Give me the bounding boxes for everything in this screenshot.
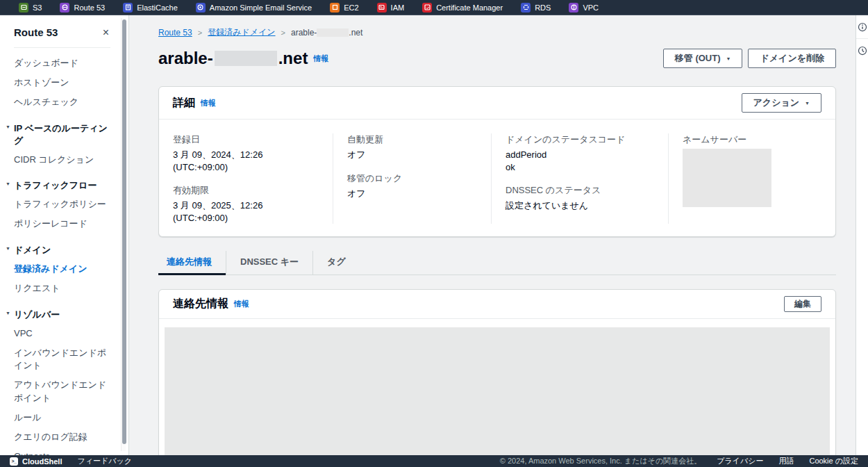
ec2-icon — [330, 3, 340, 13]
chevron-down-icon: ▼ — [6, 124, 10, 129]
favorites-bar: S3 Route 53 ElastiCache Amazon Simple Em… — [0, 0, 868, 15]
caret-down-icon: ▼ — [726, 56, 731, 61]
breadcrumb-separator: > — [281, 28, 285, 37]
transfer-lock-value: オフ — [347, 188, 477, 200]
favorite-label: ElastiCache — [137, 3, 178, 12]
registration-date-value: 3 月 09、2024、12:26 (UTC:+09:00) — [173, 149, 319, 173]
favorite-certificate-manager[interactable]: Certificate Manager — [413, 3, 512, 13]
redacted-domain-name — [317, 28, 349, 37]
favorite-ses[interactable]: Amazon Simple Email Service — [187, 3, 321, 13]
favorite-label: EC2 — [344, 3, 358, 12]
sidebar-section-resolver[interactable]: ▼リゾルバー — [14, 309, 110, 321]
route53-icon — [60, 3, 69, 13]
details-card: 詳細 情報 アクション▼ 登録日 3 月 09、2024、12:26 (UTC:… — [158, 86, 836, 237]
feedback-link[interactable]: フィードバック — [77, 456, 132, 466]
cloudshell-button[interactable]: >_ CloudShell — [10, 457, 62, 466]
sidebar-section-traffic-flow[interactable]: ▼トラフィックフロー — [14, 179, 110, 192]
sidebar-item-health-checks[interactable]: ヘルスチェック — [14, 96, 110, 109]
dnssec-status-label: DNSSEC のステータス — [506, 184, 654, 197]
privacy-link[interactable]: プライバシー — [717, 456, 763, 466]
sidebar-section-ip-routing[interactable]: ▼IP ベースのルーティング — [14, 122, 110, 147]
favorite-rds[interactable]: RDS — [512, 3, 560, 13]
favorite-label: S3 — [33, 3, 42, 12]
iam-icon — [377, 3, 387, 13]
transfer-out-button[interactable]: 移管 (OUT)▼ — [663, 49, 743, 68]
sidebar-scrollbar-thumb[interactable] — [122, 19, 126, 444]
sidebar-item-cidr-collections[interactable]: CIDR コレクション — [14, 154, 110, 167]
page-title: arable-.net情報 — [158, 49, 328, 68]
sidebar-item-hosted-zones[interactable]: ホストゾーン — [14, 76, 110, 90]
console-footer: >_ CloudShell フィードバック © 2024, Amazon Web… — [0, 455, 868, 467]
contact-info-title: 連絡先情報 — [173, 297, 228, 311]
route53-sidebar: Route 53 × ダッシュボード ホストゾーン ヘルスチェック ▼IP ベー… — [0, 15, 129, 455]
elasticache-icon — [123, 3, 133, 13]
favorite-label: IAM — [391, 3, 405, 12]
favorite-route53[interactable]: Route 53 — [51, 3, 114, 13]
sidebar-item-policy-records[interactable]: ポリシーレコード — [14, 218, 110, 231]
tab-bar: 連絡先情報 DNSSEC キー タグ — [158, 251, 836, 275]
favorite-ec2[interactable]: EC2 — [321, 3, 367, 13]
sidebar-item-requests[interactable]: リクエスト — [14, 282, 110, 295]
favorite-label: Certificate Manager — [436, 3, 503, 12]
sidebar-item-outposts[interactable]: Outposts — [14, 450, 110, 455]
sidebar-item-inbound-endpoints[interactable]: インバウンドエンドポイント — [14, 347, 110, 373]
sidebar-item-dashboard[interactable]: ダッシュボード — [14, 57, 110, 70]
details-title: 詳細 — [173, 96, 195, 110]
tab-tags[interactable]: タグ — [312, 251, 360, 275]
breadcrumb-registered-domains[interactable]: 登録済みドメイン — [208, 26, 275, 38]
title-info-link[interactable]: 情報 — [313, 54, 328, 64]
chevron-down-icon: ▼ — [6, 181, 10, 186]
help-panel-strip — [856, 15, 868, 455]
favorite-label: RDS — [535, 3, 551, 12]
info-icon[interactable] — [858, 22, 867, 32]
ses-icon — [196, 3, 206, 13]
sidebar-divider — [14, 47, 110, 48]
edit-button[interactable]: 編集 — [784, 296, 821, 312]
sidebar-scrollbar[interactable] — [121, 18, 126, 451]
registration-date-label: 登録日 — [173, 133, 319, 146]
main-content: Route 53 > 登録済みドメイン > arable-.net arable… — [129, 15, 856, 455]
actions-button[interactable]: アクション▼ — [742, 93, 821, 113]
sidebar-item-outbound-endpoints[interactable]: アウトバウンドエンドポイント — [14, 379, 110, 405]
cookie-preferences-link[interactable]: Cookie の設定 — [809, 456, 858, 466]
delete-domain-button[interactable]: ドメインを削除 — [748, 49, 836, 68]
status-code-value: addPeriod — [506, 149, 654, 161]
sidebar-item-rules[interactable]: ルール — [14, 411, 110, 425]
sidebar-item-vpc[interactable]: VPC — [14, 327, 110, 341]
tab-dnssec-keys[interactable]: DNSSEC キー — [226, 251, 312, 275]
terms-link[interactable]: 用語 — [778, 456, 794, 466]
favorite-elasticache[interactable]: ElastiCache — [114, 3, 187, 13]
chevron-down-icon: ▼ — [6, 311, 10, 316]
rds-icon — [521, 3, 531, 13]
breadcrumb-current: arable-.net — [291, 28, 362, 38]
redacted-domain-name — [215, 51, 277, 66]
vpc-icon — [569, 3, 578, 13]
tab-contact-info[interactable]: 連絡先情報 — [158, 251, 226, 275]
copyright-text: © 2024, Amazon Web Services, Inc. またはその関… — [500, 456, 701, 466]
favorite-s3[interactable]: S3 — [10, 3, 51, 13]
sidebar-section-domains[interactable]: ▼ドメイン — [14, 244, 110, 256]
sidebar-item-query-logging[interactable]: クエリのログ記録 — [14, 431, 110, 444]
favorite-vpc[interactable]: VPC — [560, 3, 608, 13]
cloudshell-icon: >_ — [10, 457, 18, 466]
sidebar-item-registered-domains[interactable]: 登録済みドメイン — [14, 263, 110, 276]
favorite-iam[interactable]: IAM — [368, 3, 414, 13]
details-info-link[interactable]: 情報 — [201, 98, 216, 108]
breadcrumb-separator: > — [198, 28, 202, 37]
close-icon[interactable]: × — [101, 27, 110, 38]
favorite-label: VPC — [583, 3, 599, 12]
expiration-date-value: 3 月 09、2025、12:26 (UTC:+09:00) — [173, 199, 319, 224]
certificate-manager-icon — [422, 3, 432, 13]
expiration-date-label: 有効期限 — [173, 184, 319, 197]
auto-renew-label: 自動更新 — [347, 133, 477, 146]
clock-icon[interactable] — [858, 46, 867, 56]
dnssec-status-value: 設定されていません — [506, 199, 654, 212]
s3-icon — [19, 3, 28, 13]
contact-info-link[interactable]: 情報 — [234, 299, 249, 309]
breadcrumb-route53[interactable]: Route 53 — [158, 28, 192, 38]
status-code-value: ok — [506, 161, 654, 174]
favorite-label: Route 53 — [74, 3, 105, 12]
redacted-contact-info — [165, 327, 830, 455]
sidebar-item-traffic-policies[interactable]: トラフィックポリシー — [14, 198, 110, 211]
name-servers-label: ネームサーバー — [683, 133, 821, 146]
